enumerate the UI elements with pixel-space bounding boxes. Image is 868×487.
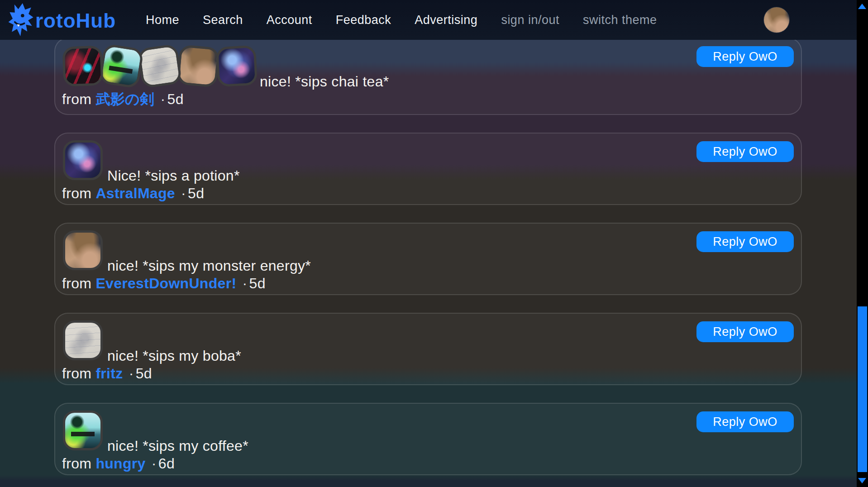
dot-separator-icon: · — [179, 185, 188, 201]
dot-separator-icon: · — [159, 91, 167, 107]
dot-separator-icon: · — [241, 275, 249, 291]
nav-item-account[interactable]: Account — [267, 13, 312, 27]
reply-card: nice! *sips chai tea* from 武影の剣 ·5d Repl… — [54, 38, 802, 115]
from-label: from — [62, 91, 91, 107]
from-line: from AstralMage ·5d — [62, 184, 801, 202]
reply-age: 5d — [167, 91, 184, 107]
reply-message: nice! *sips my boba* — [107, 349, 241, 363]
nav-item-feedback[interactable]: Feedback — [336, 13, 391, 27]
reply-button[interactable]: Reply OwO — [696, 231, 794, 252]
card-top-row: nice! *sips my monster energy* — [63, 230, 801, 270]
reply-card: Nice! *sips a potion* from AstralMage ·5… — [54, 133, 802, 205]
crystal-mage-avatar[interactable] — [63, 140, 103, 180]
from-line: from fritz ·5d — [62, 364, 801, 382]
card-top-row: Nice! *sips a potion* — [63, 140, 801, 180]
username-link[interactable]: 武影の剣 — [95, 91, 154, 107]
username-link[interactable]: hungry — [95, 455, 145, 472]
sketch-paper-avatar[interactable] — [137, 43, 182, 88]
from-line: from hungry ·6d — [62, 454, 801, 473]
reply-age: 5d — [188, 185, 204, 201]
page-scrollbar[interactable] — [857, 0, 868, 487]
from-label: from — [62, 185, 91, 201]
dot-separator-icon: · — [127, 365, 136, 382]
username-link[interactable]: AstralMage — [95, 185, 175, 201]
reply-message: nice! *sips my monster energy* — [107, 258, 311, 273]
scrollbar-thumb[interactable] — [858, 306, 867, 472]
card-top-row: nice! *sips my boba* — [63, 320, 801, 360]
nav-item-sign-in-out[interactable]: sign in/out — [501, 13, 559, 27]
anime-portrait-avatar[interactable] — [63, 230, 103, 270]
reply-button[interactable]: Reply OwO — [696, 141, 794, 162]
dot-separator-icon: · — [150, 455, 158, 472]
from-line: from 武影の剣 ·5d — [62, 90, 801, 108]
nav-item-home[interactable]: Home — [146, 13, 179, 27]
anime-portrait-avatar[interactable] — [176, 44, 219, 87]
nav-item-switch-theme[interactable]: switch theme — [583, 13, 657, 27]
reply-feed: nice! *sips chai tea* from 武影の剣 ·5d Repl… — [54, 38, 802, 475]
scroll-up-arrow-icon[interactable] — [858, 4, 866, 9]
scroll-down-arrow-icon[interactable] — [858, 478, 866, 483]
reply-card: nice! *sips my boba* from fritz ·5d Repl… — [54, 313, 802, 385]
crystal-mage-avatar[interactable] — [216, 45, 258, 87]
reply-message: nice! *sips chai tea* — [260, 74, 389, 89]
soldier-green-avatar[interactable] — [99, 43, 144, 89]
reply-card: nice! *sips my coffee* from hungry ·6d R… — [54, 403, 802, 475]
reply-button[interactable]: Reply OwO — [696, 321, 794, 342]
reply-message: nice! *sips my coffee* — [107, 439, 248, 453]
brand-title: rotoHub — [35, 10, 116, 32]
reply-button[interactable]: Reply OwO — [696, 46, 794, 67]
user-avatar[interactable] — [763, 7, 790, 33]
top-navigation: rotoHub Home Search Account Feedback Adv… — [0, 0, 857, 40]
card-top-row: nice! *sips my coffee* — [63, 411, 801, 450]
reply-card: nice! *sips my monster energy* from Ever… — [54, 223, 802, 295]
nav-links: Home Search Account Feedback Advertising… — [146, 13, 657, 27]
reply-age: 5d — [249, 275, 266, 291]
from-label: from — [62, 365, 91, 382]
protogen-red-avatar[interactable] — [62, 45, 103, 86]
soldier-green-avatar[interactable] — [63, 411, 103, 450]
nav-item-search[interactable]: Search — [203, 13, 243, 27]
from-label: from — [62, 275, 91, 291]
card-top-row: nice! *sips chai tea* — [63, 46, 801, 86]
from-label: from — [62, 455, 91, 472]
reply-button[interactable]: Reply OwO — [696, 411, 794, 432]
brand-logo[interactable]: rotoHub — [8, 3, 116, 37]
sketch-paper-avatar[interactable] — [63, 320, 103, 360]
reply-age: 5d — [136, 365, 152, 382]
nav-item-advertising[interactable]: Advertising — [415, 13, 477, 27]
reply-message: Nice! *sips a potion* — [107, 168, 240, 183]
reply-age: 6d — [158, 455, 175, 472]
from-line: from EverestDownUnder! ·5d — [62, 274, 801, 292]
username-link[interactable]: EverestDownUnder! — [95, 275, 236, 291]
proto-head-logo-icon — [8, 3, 34, 37]
username-link[interactable]: fritz — [95, 365, 123, 382]
